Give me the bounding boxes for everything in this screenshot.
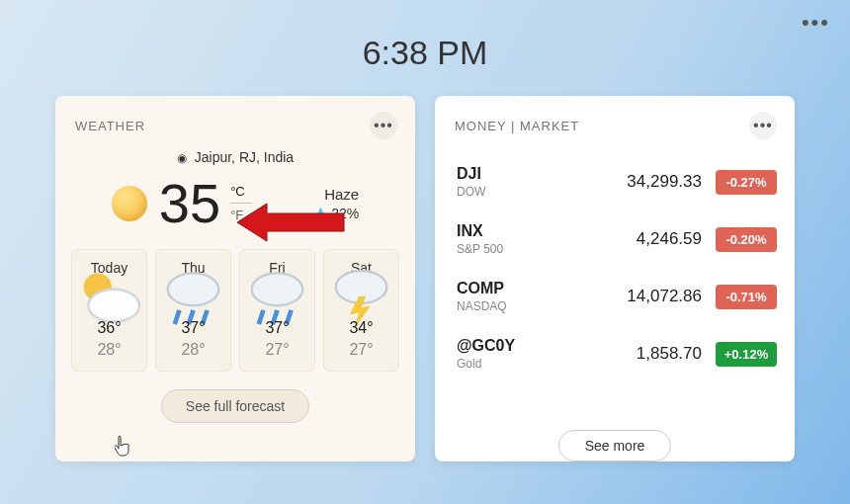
- svg-line-7: [259, 310, 264, 324]
- ticker-name: NASDAQ: [457, 299, 546, 313]
- money-title: MONEY | MARKET: [455, 119, 579, 133]
- ticker-price: 1,858.70: [546, 344, 716, 364]
- weather-card: WEATHER ••• ◉ Jaipur, RJ, India 35 °C °F…: [55, 96, 415, 462]
- market-row[interactable]: DJIDOW34,299.33-0.27%: [457, 153, 777, 210]
- weather-title: WEATHER: [75, 119, 145, 133]
- svg-point-1: [88, 290, 139, 322]
- ticker-symbol: COMP: [457, 280, 546, 297]
- clock: 6:38 PM: [0, 0, 850, 72]
- forecast-row: Today36°28°Thu37°28°Fri37°27°Sat34°27°: [55, 235, 415, 372]
- see-more-button[interactable]: See more: [558, 430, 672, 462]
- weather-rain-icon: [240, 282, 314, 311]
- ticker-change: -0.27%: [716, 170, 777, 195]
- ticker-symbol: DJI: [457, 165, 546, 183]
- forecast-day[interactable]: Thu37°28°: [155, 249, 231, 372]
- day-low: 27°: [324, 341, 398, 359]
- weather-humidity: 💧22%: [313, 206, 359, 221]
- ticker-name: DOW: [457, 185, 546, 199]
- sun-icon: [112, 186, 147, 221]
- day-low: 27°: [240, 341, 314, 359]
- money-menu-button[interactable]: •••: [749, 112, 777, 139]
- forecast-day[interactable]: Sat34°27°: [323, 249, 399, 372]
- weather-condition: Haze: [324, 186, 359, 203]
- see-full-forecast-button[interactable]: See full forecast: [161, 389, 309, 423]
- svg-line-3: [175, 310, 180, 324]
- ticker-price: 14,072.86: [546, 287, 716, 306]
- weather-rain-icon: [156, 282, 230, 311]
- weather-location[interactable]: ◉ Jaipur, RJ, India: [55, 149, 415, 165]
- forecast-day[interactable]: Today36°28°: [71, 249, 147, 372]
- ticker-price: 34,299.33: [546, 172, 716, 192]
- svg-point-6: [252, 274, 303, 306]
- money-card: MONEY | MARKET ••• DJIDOW34,299.33-0.27%…: [435, 96, 795, 462]
- forecast-day[interactable]: Fri37°27°: [239, 249, 315, 372]
- humidity-drop-icon: 💧: [313, 208, 328, 221]
- weather-storm-icon: [324, 282, 398, 311]
- market-row[interactable]: @GC0YGold1,858.70+0.12%: [457, 325, 777, 382]
- weather-cloud-sun-icon: [72, 282, 146, 311]
- ticker-name: S&P 500: [457, 242, 546, 256]
- location-pin-icon: ◉: [177, 151, 187, 165]
- ticker-price: 4,246.59: [546, 229, 716, 249]
- svg-point-2: [168, 274, 219, 306]
- unit-fahrenheit[interactable]: °F: [230, 208, 252, 222]
- unit-divider: [230, 203, 252, 204]
- ticker-symbol: INX: [457, 222, 546, 240]
- day-low: 28°: [72, 341, 146, 359]
- market-list: DJIDOW34,299.33-0.27%INXS&P 5004,246.59-…: [435, 147, 795, 420]
- ticker-change: +0.12%: [716, 342, 777, 367]
- market-row[interactable]: COMPNASDAQ14,072.86-0.71%: [457, 268, 777, 325]
- weather-menu-button[interactable]: •••: [370, 112, 397, 139]
- ticker-change: -0.20%: [716, 227, 777, 252]
- current-temperature: 35: [159, 171, 220, 235]
- ticker-change: -0.71%: [716, 285, 777, 309]
- ticker-symbol: @GC0Y: [457, 337, 546, 355]
- cursor-pointer-icon: [115, 435, 134, 462]
- unit-celsius[interactable]: °C: [230, 184, 252, 199]
- market-row[interactable]: INXS&P 5004,246.59-0.20%: [457, 210, 777, 268]
- day-low: 28°: [156, 341, 230, 359]
- system-menu-icon[interactable]: •••: [802, 10, 830, 36]
- ticker-name: Gold: [457, 357, 546, 371]
